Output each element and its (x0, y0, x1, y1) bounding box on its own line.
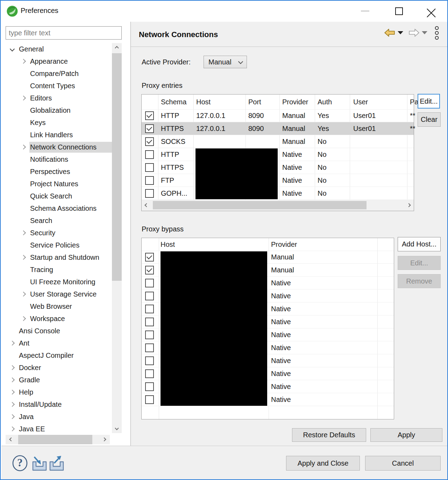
expand-arrow-icon[interactable] (21, 230, 26, 235)
tree-vertical-scrollbar[interactable] (112, 43, 122, 433)
proxy-entry-row[interactable]: FTPNativeNo (142, 174, 414, 187)
tree-item-ui-freeze-monitoring[interactable]: UI Freeze Monitoring (1, 276, 112, 288)
expand-arrow-icon[interactable] (10, 402, 15, 407)
edit-proxy-button[interactable]: Edit... (418, 94, 440, 109)
proxy-entry-row[interactable]: HTTPSNativeNo (142, 161, 414, 174)
column-header-provider[interactable]: Provider (282, 95, 308, 109)
scrollbar-thumb[interactable] (112, 53, 122, 281)
expand-arrow-icon[interactable] (10, 390, 15, 395)
tree-item-user-storage-service[interactable]: User Storage Service (1, 288, 112, 300)
tree-item-search[interactable]: Search (1, 215, 112, 227)
proxy-entry-row[interactable]: HTTPNativeNo (142, 148, 414, 161)
scroll-left-icon[interactable] (9, 437, 13, 441)
tree-item-project-natures[interactable]: Project Natures (1, 178, 112, 190)
checkbox-unchecked[interactable] (145, 356, 154, 365)
tree-item-install-update[interactable]: Install/Update (1, 398, 112, 411)
proxy-entries-horizontal-scrollbar[interactable] (142, 200, 414, 211)
column-header-host[interactable]: Host (196, 95, 211, 109)
active-provider-select[interactable]: Manual (204, 56, 247, 68)
scroll-up-icon[interactable] (115, 46, 119, 50)
expand-arrow-icon[interactable] (21, 96, 26, 100)
maximize-icon[interactable] (395, 7, 403, 15)
apply-and-close-button[interactable]: Apply and Close (286, 456, 360, 471)
checkbox-checked[interactable] (145, 266, 154, 274)
forward-arrow-icon[interactable] (409, 29, 419, 37)
scroll-right-icon[interactable] (407, 203, 411, 207)
scroll-left-icon[interactable] (144, 203, 148, 207)
cancel-button[interactable]: Cancel (365, 456, 441, 471)
column-header-auth[interactable]: Auth (318, 95, 332, 109)
forward-history-dropdown-icon[interactable] (422, 31, 427, 34)
checkbox-checked[interactable] (145, 111, 154, 120)
tree-item-appearance[interactable]: Appearance (1, 55, 112, 68)
tree-item-service-policies[interactable]: Service Policies (1, 239, 112, 251)
checkbox-checked[interactable] (145, 253, 154, 262)
tree-item-java-ee[interactable]: Java EE (1, 423, 112, 435)
tree-item-link-handlers[interactable]: Link Handlers (1, 129, 112, 141)
checkbox-unchecked[interactable] (145, 305, 154, 313)
checkbox-unchecked[interactable] (145, 176, 154, 185)
expand-arrow-icon[interactable] (21, 316, 26, 321)
tree-item-network-connections[interactable]: Network Connections (1, 141, 112, 153)
collapse-arrow-icon[interactable] (10, 47, 15, 51)
checkbox-unchecked[interactable] (145, 163, 154, 172)
checkbox-unchecked[interactable] (145, 382, 154, 391)
tree-item-keys[interactable]: Keys (1, 117, 112, 129)
tree-item-perspectives[interactable]: Perspectives (1, 166, 112, 178)
tree-item-tracing[interactable]: Tracing (1, 264, 112, 276)
proxy-entry-row[interactable]: GOPH...NativeNo (142, 187, 414, 200)
tree-item-notifications[interactable]: Notifications (1, 153, 112, 166)
tree-item-content-types[interactable]: Content Types (1, 80, 112, 92)
checkbox-unchecked[interactable] (145, 395, 154, 404)
column-header-schema[interactable]: Schema (161, 95, 186, 109)
expand-arrow-icon[interactable] (10, 414, 15, 419)
restore-defaults-button[interactable]: Restore Defaults (292, 428, 366, 442)
tree-item-compare-patch[interactable]: Compare/Patch (1, 68, 112, 80)
tree-item-general[interactable]: General (1, 43, 112, 55)
tree-item-help[interactable]: Help (1, 386, 112, 398)
checkbox-unchecked[interactable] (145, 318, 154, 326)
apply-button[interactable]: Apply (370, 428, 442, 442)
scrollbar-thumb[interactable] (153, 201, 367, 209)
tree-item-gradle[interactable]: Gradle (1, 374, 112, 386)
expand-arrow-icon[interactable] (21, 292, 26, 297)
expand-arrow-icon[interactable] (10, 426, 15, 431)
column-header-host[interactable]: Host (161, 238, 175, 251)
expand-arrow-icon[interactable] (10, 341, 15, 346)
checkbox-unchecked[interactable] (145, 279, 154, 287)
tree-item-java[interactable]: Java (1, 411, 112, 423)
tree-item-security[interactable]: Security (1, 227, 112, 239)
proxy-entry-row[interactable]: SOCKSManualNo (142, 135, 414, 148)
scroll-down-icon[interactable] (115, 426, 119, 430)
proxy-entry-row[interactable]: HTTPS127.0.0.18090ManualYesUser01** (142, 122, 414, 135)
export-preferences-icon[interactable] (49, 455, 65, 472)
view-menu-icon[interactable] (434, 26, 439, 41)
expand-arrow-icon[interactable] (10, 365, 15, 370)
expand-arrow-icon[interactable] (21, 255, 26, 260)
column-header-port[interactable]: Port (248, 95, 261, 109)
column-header-provider[interactable]: Provider (271, 238, 297, 251)
scroll-right-icon[interactable] (102, 437, 106, 441)
column-header-user[interactable]: User (353, 95, 368, 109)
expand-arrow-icon[interactable] (21, 59, 26, 64)
tree-item-schema-associations[interactable]: Schema Associations (1, 202, 112, 215)
tree-item-docker[interactable]: Docker (1, 362, 112, 374)
tree-item-ant[interactable]: Ant (1, 337, 112, 349)
tree-item-web-browser[interactable]: Web Browser (1, 300, 112, 313)
checkbox-unchecked[interactable] (145, 369, 154, 378)
checkbox-unchecked[interactable] (145, 343, 154, 352)
checkbox-checked[interactable] (145, 124, 154, 133)
checkbox-unchecked[interactable] (145, 292, 154, 300)
tree-horizontal-scrollbar[interactable] (6, 435, 110, 444)
scrollbar-thumb[interactable] (18, 435, 92, 444)
clear-proxy-button[interactable]: Clear (418, 112, 441, 127)
close-icon[interactable] (427, 7, 436, 16)
checkbox-unchecked[interactable] (145, 189, 154, 198)
tree-item-ansi-console[interactable]: Ansi Console (1, 325, 112, 337)
checkbox-checked[interactable] (145, 137, 154, 146)
column-header-pa[interactable]: Pa (410, 95, 418, 109)
tree-item-quick-search[interactable]: Quick Search (1, 190, 112, 202)
import-preferences-icon[interactable] (31, 455, 48, 472)
edit-host-button[interactable]: Edit... (398, 256, 441, 270)
checkbox-unchecked[interactable] (145, 331, 154, 339)
